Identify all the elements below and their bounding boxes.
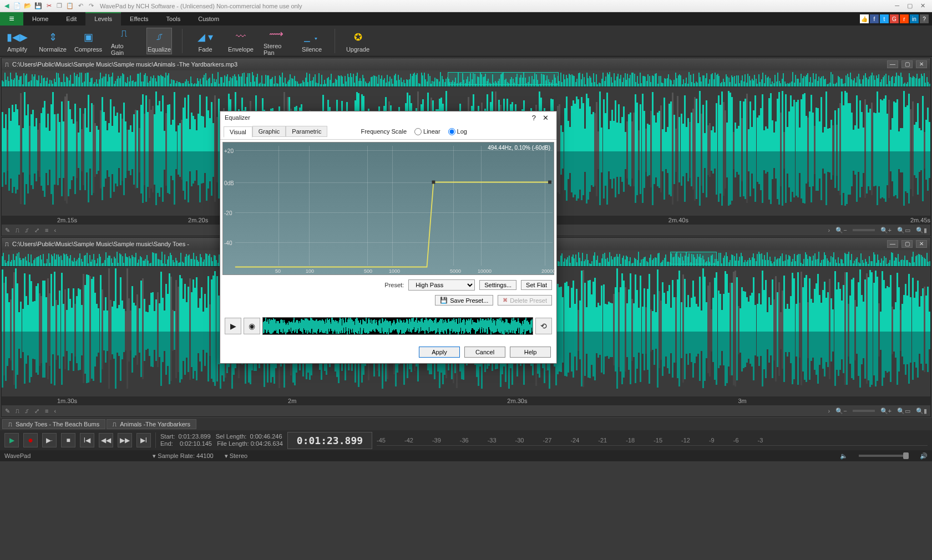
zoom-slider[interactable] <box>853 410 875 412</box>
open-icon[interactable]: 📂 <box>23 2 32 11</box>
set-flat-button[interactable]: Set Flat <box>521 280 552 290</box>
track-close-button[interactable]: ✕ <box>916 60 927 68</box>
cursor-tool-icon[interactable]: ✎ <box>5 227 10 234</box>
twitter-icon[interactable]: t <box>880 14 889 23</box>
volume-icon[interactable]: 🔈 <box>840 452 848 460</box>
zoom-sel-icon[interactable]: 🔍▮ <box>916 408 927 415</box>
app-menu-button[interactable]: ≡ <box>0 12 23 26</box>
status-channels[interactable]: Stereo <box>230 452 247 459</box>
eq-graph[interactable]: 494.44Hz, 0.10% (-60dB) +20 0dB -20 -40 … <box>222 142 554 275</box>
skip-end-button[interactable]: ▶I <box>136 433 151 447</box>
undo-icon[interactable]: ↶ <box>76 2 85 11</box>
settings-button[interactable]: Settings... <box>479 280 516 290</box>
cut-icon[interactable]: ✂ <box>44 2 53 11</box>
apply-button[interactable]: Apply <box>419 347 460 358</box>
close-button[interactable]: ✕ <box>920 2 925 9</box>
tab-custom[interactable]: Custom <box>189 12 228 26</box>
record-button[interactable]: ● <box>23 433 38 447</box>
upgrade-button[interactable]: ✪Upgrade <box>345 29 371 53</box>
back-icon[interactable]: ◀ <box>2 2 11 11</box>
wave-icon[interactable]: ⎍ <box>16 227 19 233</box>
chevron-left-icon[interactable]: ‹ <box>54 408 56 414</box>
rewind-button[interactable]: ◀◀ <box>99 433 113 447</box>
tab-edit[interactable]: Edit <box>57 12 85 26</box>
track-maximize-button[interactable]: ▢ <box>901 240 913 248</box>
marker-icon[interactable]: ≡ <box>45 408 48 414</box>
copy-icon[interactable]: ❐ <box>55 2 64 11</box>
chevron-left-icon[interactable]: ‹ <box>54 227 56 233</box>
preview-loop-button[interactable]: ◉ <box>244 318 260 334</box>
chevron-right-icon[interactable]: › <box>828 408 830 414</box>
linear-radio[interactable]: Linear <box>414 128 440 135</box>
skip-start-button[interactable]: I◀ <box>80 433 94 447</box>
stereo-pan-button[interactable]: ⟿Stereo Pan <box>264 26 289 56</box>
amplify-button[interactable]: ▮◀▶Amplify <box>4 29 30 53</box>
zoom-sel-icon[interactable]: 🔍▮ <box>916 227 927 234</box>
fade-button[interactable]: ◢ ▾Fade <box>193 29 218 53</box>
normalize-button[interactable]: ⇕Normalize <box>40 29 65 53</box>
zoom-out-icon[interactable]: 🔍− <box>835 408 847 415</box>
wave2-icon[interactable]: ⎎ <box>25 408 29 414</box>
preview-play-button[interactable]: ▶ <box>225 318 241 334</box>
cancel-button[interactable]: Cancel <box>464 347 505 358</box>
status-samplerate[interactable]: Sample Rate: 44100 <box>158 452 213 459</box>
wave2-icon[interactable]: ⎎ <box>25 227 29 233</box>
preview-refresh-button[interactable]: ⟲ <box>535 318 552 334</box>
tab-effects[interactable]: Effects <box>121 12 157 26</box>
log-radio[interactable]: Log <box>448 128 467 135</box>
tab-home[interactable]: Home <box>23 12 57 26</box>
file-tab-animals[interactable]: ⎍Animals -The Yardbarkers <box>107 419 196 429</box>
new-icon[interactable]: 📄 <box>13 2 22 11</box>
track-maximize-button[interactable]: ▢ <box>901 60 913 68</box>
track-close-button[interactable]: ✕ <box>916 240 927 248</box>
forward-button[interactable]: ▶▶ <box>118 433 132 447</box>
eq-tab-parametric[interactable]: Parametric <box>286 126 327 137</box>
snap-icon[interactable]: ⤢ <box>34 408 39 415</box>
dialog-close-button[interactable]: ✕ <box>539 114 552 122</box>
maximize-button[interactable]: ▢ <box>907 2 913 9</box>
zoom-fit-icon[interactable]: 🔍▭ <box>897 227 910 234</box>
eq-tab-visual[interactable]: Visual <box>224 126 252 138</box>
track-1-overview[interactable] <box>2 70 930 87</box>
stop-button[interactable]: ■ <box>61 433 75 447</box>
wave-icon[interactable]: ⎍ <box>16 408 19 414</box>
help-icon[interactable]: ? <box>920 14 929 23</box>
paste-icon[interactable]: 📋 <box>65 2 74 11</box>
redo-icon[interactable]: ↷ <box>87 2 95 11</box>
google-icon[interactable]: G <box>890 14 899 23</box>
zoom-fit-icon[interactable]: 🔍▭ <box>897 408 910 415</box>
save-icon[interactable]: 💾 <box>34 2 43 11</box>
like-icon[interactable]: 👍 <box>860 14 869 23</box>
minimize-button[interactable]: ─ <box>895 2 899 9</box>
preset-select[interactable]: High Pass <box>408 279 475 291</box>
eq-tab-graphic[interactable]: Graphic <box>252 126 286 137</box>
dialog-help-button[interactable]: ? <box>529 114 539 122</box>
help-button[interactable]: Help <box>510 347 551 358</box>
chevron-right-icon[interactable]: › <box>828 227 830 233</box>
compress-button[interactable]: ▣Compress <box>75 29 101 53</box>
tab-levels[interactable]: Levels <box>85 12 121 26</box>
equalize-button[interactable]: ⎎Equalize <box>146 28 172 54</box>
marker-icon[interactable]: ≡ <box>45 227 48 233</box>
zoom-in-icon[interactable]: 🔍+ <box>880 408 892 415</box>
auto-gain-button[interactable]: ⎍Auto Gain <box>111 26 136 56</box>
silence-button[interactable]: ⎯ ▾Silence <box>299 29 325 53</box>
cursor-tool-icon[interactable]: ✎ <box>5 408 10 415</box>
file-tab-sandy[interactable]: ⎍Sandy Toes - The Beach Bums <box>2 419 105 429</box>
save-preset-button[interactable]: 💾Save Preset... <box>435 295 493 306</box>
play-button[interactable]: ▶ <box>4 433 19 447</box>
zoom-slider[interactable] <box>853 229 875 231</box>
scrub-button[interactable]: ▶· <box>42 433 57 447</box>
envelope-button[interactable]: 〰Envelope <box>228 29 254 53</box>
snap-icon[interactable]: ⤢ <box>34 227 39 234</box>
track-minimize-button[interactable]: — <box>887 240 898 248</box>
zoom-out-icon[interactable]: 🔍− <box>835 227 847 234</box>
zoom-in-icon[interactable]: 🔍+ <box>880 227 892 234</box>
facebook-icon[interactable]: f <box>870 14 879 23</box>
preview-waveform[interactable] <box>262 317 533 335</box>
volume-slider[interactable] <box>859 455 909 457</box>
tab-tools[interactable]: Tools <box>158 12 190 26</box>
reddit-icon[interactable]: r <box>900 14 909 23</box>
linkedin-icon[interactable]: in <box>910 14 919 23</box>
track-minimize-button[interactable]: — <box>887 60 898 68</box>
